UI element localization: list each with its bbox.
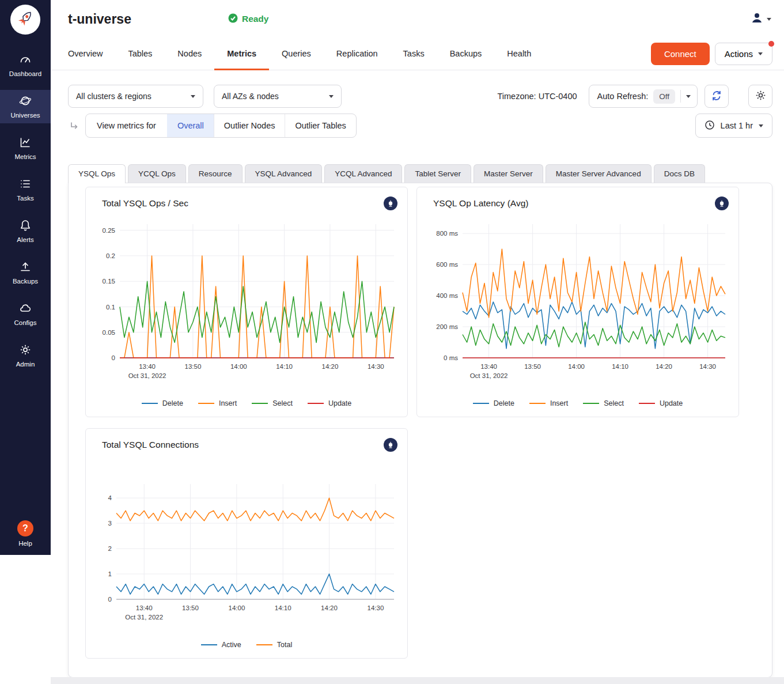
legend-label: Active bbox=[222, 641, 241, 649]
svg-text:0.05: 0.05 bbox=[103, 329, 115, 336]
time-range-select[interactable]: Last 1 hr bbox=[695, 114, 772, 138]
chart-title: Total YSQL Connections bbox=[102, 440, 199, 450]
legend-item[interactable]: Select bbox=[252, 399, 293, 407]
sidebar-item-label: Tasks bbox=[17, 195, 33, 202]
view-metrics-label: View metrics for bbox=[86, 114, 167, 137]
line-chart-ysql-op-latency[interactable]: 0 ms200 ms400 ms600 ms800 ms13:40Oct 31,… bbox=[425, 216, 731, 389]
legend-label: Delete bbox=[162, 399, 183, 407]
line-chart-total-ysql-connections[interactable]: 0123413:40Oct 31, 202213:5014:0014:1014:… bbox=[93, 458, 400, 630]
view-tab-outlier-tables[interactable]: Outlier Tables bbox=[285, 114, 355, 137]
legend-item[interactable]: Total bbox=[256, 641, 292, 649]
line-chart-total-ysql-ops[interactable]: 00.050.10.150.20.2513:40Oct 31, 202213:5… bbox=[93, 216, 400, 389]
sidebar-item-admin[interactable]: Admin bbox=[0, 339, 51, 372]
sub-level-arrow-icon bbox=[69, 121, 78, 130]
chart-legend: DeleteInsertSelectUpdate bbox=[93, 399, 400, 411]
tab-tasks[interactable]: Tasks bbox=[391, 38, 437, 70]
metric-tab-bar: YSQL Ops YCQL Ops Resource YSQL Advanced… bbox=[68, 164, 772, 183]
tab-overview[interactable]: Overview bbox=[68, 38, 115, 70]
chart-legend: ActiveTotal bbox=[93, 641, 400, 652]
clusters-select[interactable]: All clusters & regions bbox=[68, 85, 203, 108]
chevron-down-icon bbox=[191, 95, 195, 98]
metric-tab-ycql-ops[interactable]: YCQL Ops bbox=[128, 164, 186, 183]
time-range-value: Last 1 hr bbox=[721, 121, 753, 130]
svg-text:14:00: 14:00 bbox=[230, 363, 247, 370]
nodes-select[interactable]: All AZs & nodes bbox=[214, 85, 342, 108]
timezone-label: Timezone: UTC-0400 bbox=[497, 92, 577, 101]
metric-tab-master-server[interactable]: Master Server bbox=[474, 164, 543, 183]
chart-grid: Total YSQL Ops / Sec 00.050.10.150.20.25… bbox=[85, 187, 772, 659]
legend-item[interactable]: Insert bbox=[529, 399, 568, 407]
nav-actions-group: Connect Actions bbox=[651, 43, 772, 65]
svg-text:800 ms: 800 ms bbox=[436, 230, 458, 237]
sidebar-item-alerts[interactable]: Alerts bbox=[0, 214, 51, 248]
legend-label: Delete bbox=[494, 399, 514, 407]
metrics-icon bbox=[19, 136, 32, 150]
chart-header: Total YSQL Ops / Sec bbox=[93, 196, 400, 210]
sidebar-item-backups[interactable]: Backups bbox=[0, 256, 51, 289]
chart-header: YSQL Op Latency (Avg) bbox=[425, 196, 731, 210]
sidebar-item-universes[interactable]: Universes bbox=[0, 90, 51, 123]
legend-item[interactable]: Select bbox=[583, 399, 624, 407]
tab-replication[interactable]: Replication bbox=[324, 38, 391, 70]
settings-button[interactable] bbox=[748, 85, 772, 108]
bell-icon bbox=[19, 219, 32, 233]
universe-tab-bar: Overview Tables Nodes Metrics Queries Re… bbox=[51, 38, 784, 70]
svg-text:3: 3 bbox=[108, 520, 112, 527]
chart-header: Total YSQL Connections bbox=[93, 438, 400, 452]
metric-tab-ysql-ops[interactable]: YSQL Ops bbox=[68, 164, 126, 183]
metric-tab-resource[interactable]: Resource bbox=[188, 164, 243, 183]
actions-button[interactable]: Actions bbox=[715, 43, 772, 65]
legend-item[interactable]: Insert bbox=[198, 399, 237, 407]
sidebar-item-label: Admin bbox=[16, 361, 35, 368]
metric-tab-tablet-server[interactable]: Tablet Server bbox=[404, 164, 471, 183]
sidebar-item-label: Configs bbox=[14, 319, 37, 326]
gear-icon bbox=[19, 343, 32, 357]
metrics-panel-card: Total YSQL Ops / Sec 00.050.10.150.20.25… bbox=[68, 183, 772, 678]
legend-item[interactable]: Update bbox=[308, 399, 351, 407]
view-tab-outlier-nodes[interactable]: Outlier Nodes bbox=[214, 114, 285, 137]
status-text: Ready bbox=[242, 14, 269, 24]
sidebar-item-metrics[interactable]: Metrics bbox=[0, 131, 51, 165]
chart-title: YSQL Op Latency (Avg) bbox=[433, 198, 528, 209]
svg-text:13:50: 13:50 bbox=[182, 604, 199, 611]
metric-tab-docs-db[interactable]: Docs DB bbox=[654, 164, 705, 183]
sidebar-item-tasks[interactable]: Tasks bbox=[0, 173, 51, 206]
legend-item[interactable]: Active bbox=[201, 641, 241, 649]
tab-metrics[interactable]: Metrics bbox=[214, 38, 269, 70]
prometheus-icon[interactable] bbox=[384, 438, 397, 452]
chevron-down-icon bbox=[758, 52, 763, 55]
legend-label: Insert bbox=[219, 399, 237, 407]
divider bbox=[680, 90, 681, 103]
sidebar-item-configs[interactable]: Configs bbox=[0, 297, 51, 331]
legend-item[interactable]: Delete bbox=[142, 399, 183, 407]
tab-nodes[interactable]: Nodes bbox=[165, 38, 214, 70]
svg-text:13:40: 13:40 bbox=[139, 363, 156, 370]
legend-item[interactable]: Update bbox=[639, 399, 683, 407]
refresh-button[interactable] bbox=[705, 85, 729, 108]
auto-refresh-control[interactable]: Auto Refresh: Off bbox=[589, 85, 698, 108]
user-menu[interactable] bbox=[751, 12, 771, 27]
tab-health[interactable]: Health bbox=[494, 38, 544, 70]
chart-panel-ysql-op-latency: YSQL Op Latency (Avg) 0 ms200 ms400 ms60… bbox=[416, 187, 739, 417]
main-content: t-universe Ready Overview Tables Nodes M… bbox=[51, 0, 784, 678]
filter-right-group: Timezone: UTC-0400 Auto Refresh: Off bbox=[497, 85, 772, 108]
metric-tab-ysql-advanced[interactable]: YSQL Advanced bbox=[245, 164, 323, 183]
tab-queries[interactable]: Queries bbox=[269, 38, 324, 70]
refresh-icon bbox=[711, 90, 722, 103]
prometheus-icon[interactable] bbox=[715, 196, 729, 210]
sidebar-item-help[interactable]: Help bbox=[17, 520, 33, 547]
tab-backups[interactable]: Backups bbox=[437, 38, 495, 70]
app-logo[interactable] bbox=[10, 5, 40, 35]
chevron-down-icon bbox=[686, 95, 691, 98]
prometheus-icon[interactable] bbox=[384, 196, 397, 210]
legend-item[interactable]: Delete bbox=[473, 399, 514, 407]
sidebar-item-label: Backups bbox=[13, 278, 38, 285]
legend-label: Insert bbox=[550, 399, 568, 407]
view-tab-overall[interactable]: Overall bbox=[167, 114, 214, 137]
tab-tables[interactable]: Tables bbox=[115, 38, 165, 70]
svg-text:0.15: 0.15 bbox=[103, 278, 115, 285]
metric-tab-ycql-advanced[interactable]: YCQL Advanced bbox=[324, 164, 402, 183]
metric-tab-master-server-advanced[interactable]: Master Server Advanced bbox=[546, 164, 652, 183]
sidebar-item-dashboard[interactable]: Dashboard bbox=[0, 48, 51, 82]
connect-button[interactable]: Connect bbox=[651, 43, 710, 65]
